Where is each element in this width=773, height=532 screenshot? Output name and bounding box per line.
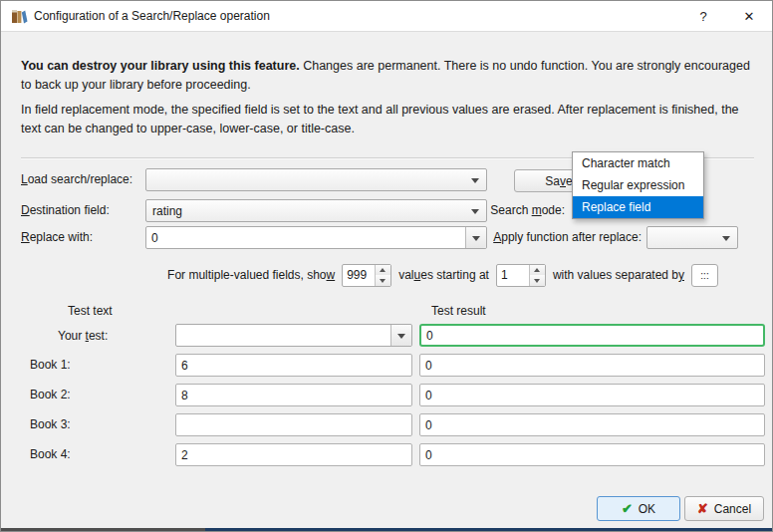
spin-up-icon[interactable]: [376, 265, 390, 276]
separated-by-label: with values separated by: [553, 268, 684, 282]
book3-result-field[interactable]: [419, 413, 765, 436]
book2-result-field[interactable]: [419, 384, 765, 406]
your-test-input[interactable]: [176, 325, 390, 346]
show-values-label: For multiple-valued fields, show: [167, 268, 335, 282]
multiple-values-row: For multiple-valued fields, show 999 val…: [167, 263, 718, 287]
load-search-replace-label: Load search/replace:: [21, 172, 132, 186]
spin-down-icon[interactable]: [376, 275, 390, 286]
x-icon: ✘: [697, 501, 708, 516]
book2-label: Book 2:: [30, 388, 71, 401]
your-test-combo[interactable]: [175, 324, 412, 347]
spin-down-icon[interactable]: [530, 275, 545, 286]
show-count-value: 999: [343, 265, 375, 286]
title-bar: Configuration of a Search/Replace operat…: [1, 1, 772, 32]
starting-at-value: 1: [497, 265, 529, 286]
book4-label: Book 4:: [30, 447, 71, 461]
chevron-down-icon[interactable]: [465, 227, 486, 248]
window-title: Configuration of a Search/Replace operat…: [34, 9, 270, 23]
chevron-down-icon[interactable]: [390, 325, 411, 346]
destination-field-label: Destination field:: [21, 203, 110, 217]
test-result-header: Test result: [431, 304, 486, 318]
menu-item-regular-expression[interactable]: Regular expression: [573, 174, 703, 196]
destination-field-value: rating: [152, 204, 182, 218]
chevron-down-icon: [722, 236, 730, 241]
help-button[interactable]: ?: [680, 1, 726, 31]
test-text-header: Test text: [68, 304, 113, 318]
description-text: In field replacement mode, the specified…: [21, 101, 758, 138]
book3-label: Book 3:: [30, 417, 71, 431]
book2-text-field[interactable]: [175, 384, 412, 406]
check-icon: ✔: [622, 501, 633, 516]
load-search-replace-combo[interactable]: [145, 168, 487, 191]
your-test-result-field[interactable]: [419, 324, 765, 347]
search-replace-dialog: Configuration of a Search/Replace operat…: [0, 0, 773, 532]
book1-result-field[interactable]: [419, 354, 765, 377]
ok-button[interactable]: ✔ OK: [597, 496, 680, 521]
book1-text-field[interactable]: [175, 354, 412, 377]
chevron-down-icon: [471, 178, 479, 183]
close-icon[interactable]: ✕: [726, 1, 772, 31]
replace-with-input[interactable]: [146, 227, 465, 248]
spin-up-icon[interactable]: [530, 265, 545, 276]
calibre-app-icon: [11, 8, 28, 25]
cancel-button[interactable]: ✘ Cancel: [684, 496, 764, 521]
search-mode-dropdown-menu: Character match Regular expression Repla…: [572, 151, 704, 219]
book4-result-field[interactable]: [419, 443, 765, 466]
your-test-label: Your test:: [58, 329, 108, 343]
show-count-spinner[interactable]: 999: [342, 264, 391, 287]
replace-with-combo[interactable]: [145, 226, 487, 249]
menu-item-character-match[interactable]: Character match: [573, 152, 703, 174]
book3-text-field[interactable]: [175, 413, 412, 436]
warning-text: You can destroy your library using this …: [21, 57, 758, 95]
starting-at-label: values starting at: [398, 268, 489, 282]
apply-function-label: Apply function after replace:: [493, 230, 642, 244]
warning-bold: You can destroy your library using this …: [21, 59, 300, 73]
destination-field-combo[interactable]: rating: [145, 199, 487, 222]
chevron-down-icon: [471, 209, 479, 214]
ok-button-label: OK: [639, 502, 655, 516]
search-mode-label: Search mode:: [490, 203, 565, 217]
cancel-button-label: Cancel: [714, 502, 751, 516]
replace-with-label: Replace with:: [21, 230, 93, 244]
window-bottom-edge: [1, 528, 772, 531]
apply-function-combo[interactable]: [646, 226, 738, 249]
starting-at-spinner[interactable]: 1: [496, 264, 546, 287]
separator-input[interactable]: [691, 264, 718, 287]
book4-text-field[interactable]: [175, 443, 412, 466]
book1-label: Book 1:: [30, 358, 71, 372]
menu-item-replace-field[interactable]: Replace field: [573, 196, 703, 218]
